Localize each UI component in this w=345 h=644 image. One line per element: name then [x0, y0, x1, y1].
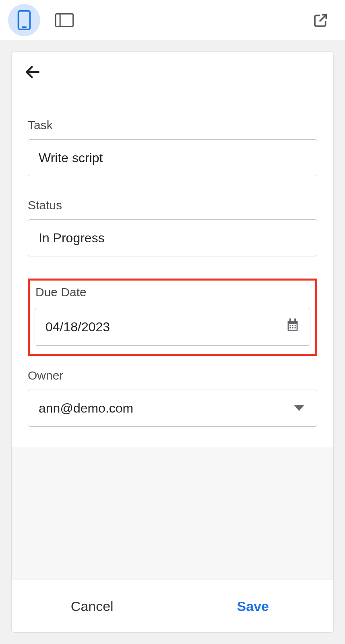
svg-rect-5 — [289, 324, 296, 330]
form-card: Task Write script Status In Progress Due… — [11, 52, 334, 633]
tablet-view-button[interactable] — [48, 4, 81, 36]
status-value: In Progress — [39, 231, 105, 246]
svg-rect-7 — [294, 318, 296, 321]
back-arrow-icon — [24, 63, 41, 81]
due-date-input[interactable]: 04/18/2023 — [35, 308, 310, 346]
save-button[interactable]: Save — [173, 586, 334, 626]
device-toolbar — [0, 0, 345, 40]
svg-rect-12 — [292, 327, 293, 328]
card-footer: Cancel Save — [12, 580, 333, 632]
calendar-icon[interactable] — [286, 318, 300, 336]
owner-select[interactable]: ann@demo.com — [28, 390, 317, 427]
owner-label: Owner — [28, 369, 317, 382]
cancel-button[interactable]: Cancel — [12, 586, 173, 626]
svg-rect-11 — [289, 327, 291, 328]
task-field-group: Task Write script — [28, 118, 317, 176]
svg-rect-10 — [295, 325, 296, 326]
svg-rect-8 — [289, 325, 291, 326]
status-field-group: Status In Progress — [28, 198, 317, 256]
card-header — [12, 52, 333, 94]
external-link-icon — [313, 12, 329, 28]
owner-field-group: Owner ann@demo.com — [28, 369, 317, 427]
status-label: Status — [28, 198, 317, 212]
form-body: Task Write script Status In Progress Due… — [12, 94, 333, 447]
chevron-down-icon — [294, 405, 304, 411]
status-input[interactable]: In Progress — [28, 219, 317, 256]
task-label: Task — [28, 118, 317, 132]
task-input[interactable]: Write script — [28, 139, 317, 176]
due-date-value: 04/18/2023 — [45, 320, 110, 334]
due-date-label: Due Date — [35, 285, 310, 299]
owner-value: ann@demo.com — [39, 401, 133, 416]
svg-rect-13 — [295, 327, 296, 328]
svg-rect-2 — [56, 14, 73, 26]
svg-rect-9 — [292, 325, 293, 326]
due-date-highlight: Due Date 04/18/2023 — [28, 279, 317, 356]
task-value: Write script — [39, 151, 103, 165]
preview-container: Task Write script Status In Progress Due… — [0, 40, 345, 644]
empty-space — [12, 447, 333, 580]
svg-rect-6 — [289, 318, 291, 321]
tablet-icon — [55, 12, 74, 28]
open-external-button[interactable] — [305, 4, 337, 36]
mobile-icon — [17, 10, 31, 31]
mobile-view-button[interactable] — [8, 4, 40, 36]
back-button[interactable] — [24, 63, 41, 83]
